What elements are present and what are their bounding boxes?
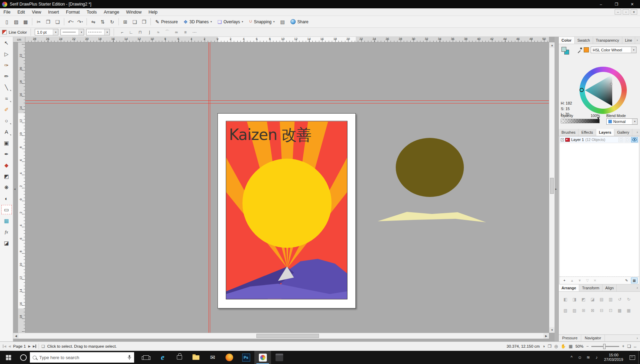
guide-vertical[interactable] — [210, 42, 210, 333]
menu-help[interactable]: Help — [145, 8, 161, 16]
back-one-button[interactable]: ◩ — [580, 296, 588, 303]
blend-mode-select[interactable]: Normal ▾ — [606, 118, 638, 125]
document-viewport[interactable]: Kaizen 改善 — [25, 42, 549, 333]
start-button[interactable] — [0, 351, 17, 364]
layer-settings-button[interactable]: ▦ — [631, 278, 638, 283]
tab-pressure[interactable]: Pressure — [559, 335, 581, 341]
poster-artwork[interactable]: Kaizen 改善 — [226, 121, 347, 299]
scroll-right-icon[interactable]: ▶ — [543, 333, 549, 339]
convert-to-curves-button[interactable]: ▦ — [625, 307, 633, 314]
panel-menu-icon[interactable]: › — [637, 335, 640, 341]
page-indicator[interactable]: Page 1 — [13, 344, 26, 348]
mitre-join-button[interactable]: ∟ — [127, 29, 135, 36]
straight-segment-button[interactable]: ≡ — [181, 29, 189, 36]
fit-width-button[interactable]: ↔ — [633, 344, 637, 349]
tab-swatch[interactable]: Swatch — [575, 37, 593, 44]
first-page-button[interactable]: ◀ — [3, 345, 6, 348]
edit-all-layers-button[interactable]: ✎ — [623, 278, 630, 283]
rotate-left-button[interactable]: ↺ — [616, 296, 624, 303]
effects-tool[interactable]: ❋ — [1, 183, 12, 192]
tab-layers[interactable]: Layers — [596, 129, 614, 136]
snap-grid-icon[interactable]: ▦ — [569, 344, 573, 349]
rotate-right-button[interactable]: ↻ — [625, 296, 633, 303]
tab-align[interactable]: Align — [602, 284, 617, 291]
firefox-icon[interactable] — [221, 351, 238, 364]
corner-join-button[interactable]: ⌐ — [118, 29, 126, 36]
guide-horizontal[interactable] — [25, 100, 549, 101]
planes-button[interactable]: ❖ 3D Planes ▾ — [181, 17, 215, 26]
restore-button[interactable]: ❐ — [609, 0, 624, 8]
photoshop-icon[interactable]: Ps — [238, 351, 254, 364]
horizontal-scroll-thumb[interactable] — [256, 334, 319, 338]
page[interactable]: Kaizen 改善 — [218, 113, 356, 308]
pattern-tool[interactable]: ▦ — [1, 216, 12, 225]
zoom-out-button[interactable]: − — [586, 344, 589, 349]
eraser-tool[interactable]: ◪ — [1, 238, 12, 248]
app-window-icon[interactable] — [271, 351, 288, 364]
ungroup-objects-button[interactable]: ▥ — [607, 296, 615, 303]
copy-button[interactable]: ❐ — [43, 17, 53, 26]
paintbrush-tool[interactable]: ✑ — [1, 60, 12, 70]
edge-browser-icon[interactable]: e — [154, 351, 171, 364]
scroll-down-icon[interactable]: ▼ — [549, 327, 555, 333]
zoom-level[interactable]: 50% — [575, 344, 583, 348]
zoom-slider[interactable] — [591, 346, 619, 347]
current-color-swatch[interactable] — [584, 47, 589, 52]
tab-transform[interactable]: Transform — [579, 284, 602, 291]
menu-arrange[interactable]: Arrange — [100, 8, 123, 16]
task-view-button[interactable] — [138, 351, 154, 364]
tab-brushes[interactable]: Brushes — [559, 129, 579, 136]
tab-transparency[interactable]: Transparency — [593, 37, 622, 44]
new-button[interactable]: ▯ — [2, 17, 11, 26]
save-button[interactable]: ▦ — [21, 17, 30, 26]
send-to-back-button[interactable]: ◪ — [589, 296, 597, 303]
prev-page-button[interactable]: ◀ — [8, 345, 11, 348]
line-end-select[interactable]: ▾ — [86, 29, 110, 35]
minimize-button[interactable]: – — [593, 0, 609, 8]
group-button[interactable]: ❑ — [130, 17, 139, 26]
poster-title-text[interactable]: Kaizen 改善 — [229, 126, 311, 143]
zoom-tool-icon[interactable]: ◎ — [554, 344, 558, 349]
tab-arrange[interactable]: Arrange — [559, 284, 579, 291]
cut-button[interactable]: ✂ — [34, 17, 43, 26]
doc-close-button[interactable]: ✕ — [631, 9, 637, 15]
vertical-ruler[interactable]: 222018161412108642024681012141618 — [18, 42, 25, 333]
menu-edit[interactable]: Edit — [14, 8, 28, 16]
arc-segment-button[interactable]: ⌒ — [163, 29, 171, 36]
overlays-button[interactable]: ❏ Overlays ▾ — [215, 17, 246, 26]
ungroup-button[interactable]: ❒ — [139, 17, 149, 26]
drawplus-icon[interactable] — [254, 351, 271, 364]
merge-layers-button[interactable]: ▽ — [584, 278, 591, 283]
panel-menu-icon[interactable]: › — [637, 129, 640, 136]
cortana-button[interactable] — [17, 351, 30, 364]
snapping-button[interactable]: ∩ Snapping ▾ — [246, 17, 278, 26]
tray-people-icon[interactable]: ☺ — [576, 351, 584, 364]
line-style-select[interactable]: ▾ — [60, 29, 84, 35]
node-edit-tool[interactable]: ▷ — [1, 49, 12, 59]
rotate-button[interactable]: ↻ — [107, 17, 117, 26]
multipage-icon[interactable]: ❐ — [548, 344, 552, 349]
hue-marker[interactable] — [580, 88, 584, 92]
flip-vertical-button[interactable]: ⇅ — [98, 17, 107, 26]
bevel-join-button[interactable]: ⌋ — [145, 29, 153, 36]
open-button[interactable]: ▨ — [11, 17, 21, 26]
menu-tools[interactable]: Tools — [83, 8, 100, 16]
layer-visibility-button[interactable] — [631, 137, 638, 142]
doc-restore-button[interactable]: ▫ — [623, 9, 629, 15]
layer-down-button[interactable]: ▼ — [576, 278, 583, 283]
action-center-button[interactable] — [626, 351, 638, 364]
fx-tool[interactable]: fx — [1, 227, 12, 237]
layer-edit-icon[interactable]: ▢ — [625, 138, 630, 142]
menu-window[interactable]: Window — [123, 8, 145, 16]
print-button[interactable]: ▤ — [278, 17, 288, 26]
horizontal-scrollbar[interactable]: ◀ ▶ — [13, 333, 549, 339]
hsl-color-wheel[interactable] — [580, 67, 627, 114]
forward-one-button[interactable]: ◨ — [571, 296, 579, 303]
more-line-options-button[interactable]: ⋯ — [190, 29, 198, 36]
menu-file[interactable]: File — [0, 8, 14, 16]
collapse-right-panel-arrow[interactable]: ▸ — [555, 187, 557, 191]
menu-format[interactable]: Format — [63, 8, 83, 16]
expand-layer-icon[interactable]: + — [561, 138, 564, 141]
fill-swatch[interactable] — [561, 47, 566, 52]
mail-icon[interactable]: ✉ — [204, 351, 221, 364]
